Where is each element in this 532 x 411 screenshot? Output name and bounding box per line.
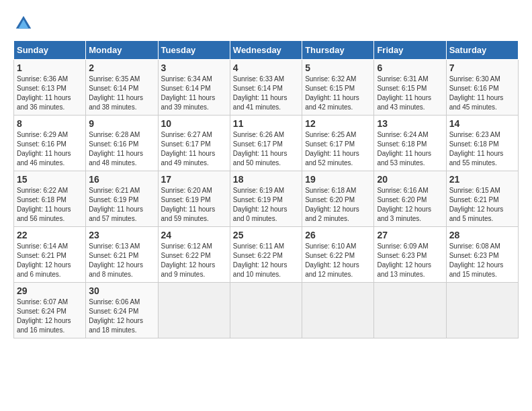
calendar-week-row: 22Sunrise: 6:14 AMSunset: 6:21 PMDayligh…	[14, 227, 519, 283]
day-info: Sunrise: 6:35 AMSunset: 6:14 PMDaylight:…	[89, 75, 154, 112]
calendar-cell: 29Sunrise: 6:07 AMSunset: 6:24 PMDayligh…	[14, 283, 86, 338]
calendar-cell: 2Sunrise: 6:35 AMSunset: 6:14 PMDaylight…	[86, 60, 158, 116]
day-number: 24	[161, 230, 227, 240]
day-info: Sunrise: 6:20 AMSunset: 6:19 PMDaylight:…	[161, 186, 227, 224]
day-info: Sunrise: 6:25 AMSunset: 6:17 PMDaylight:…	[305, 130, 371, 168]
calendar-week-row: 29Sunrise: 6:07 AMSunset: 6:24 PMDayligh…	[14, 283, 519, 338]
calendar-cell: 30Sunrise: 6:06 AMSunset: 6:24 PMDayligh…	[86, 283, 158, 338]
day-info: Sunrise: 6:24 AMSunset: 6:18 PMDaylight:…	[377, 130, 443, 168]
day-number: 26	[305, 230, 371, 240]
day-number: 22	[17, 230, 83, 240]
day-info: Sunrise: 6:11 AMSunset: 6:22 PMDaylight:…	[233, 242, 299, 279]
day-number: 13	[377, 118, 443, 129]
day-number: 9	[89, 118, 154, 129]
day-number: 5	[305, 62, 371, 73]
calendar-cell	[446, 283, 518, 338]
day-number: 30	[89, 285, 154, 296]
day-number: 8	[17, 118, 83, 129]
day-info: Sunrise: 6:07 AMSunset: 6:24 PMDaylight:…	[17, 298, 83, 335]
day-number: 21	[449, 174, 515, 185]
calendar-cell: 25Sunrise: 6:11 AMSunset: 6:22 PMDayligh…	[230, 227, 302, 283]
calendar-cell: 17Sunrise: 6:20 AMSunset: 6:19 PMDayligh…	[158, 171, 230, 227]
header-thursday: Thursday	[302, 41, 374, 60]
day-number: 27	[377, 230, 443, 240]
calendar-week-row: 15Sunrise: 6:22 AMSunset: 6:18 PMDayligh…	[14, 171, 519, 227]
day-number: 18	[233, 174, 299, 185]
calendar-cell: 16Sunrise: 6:21 AMSunset: 6:19 PMDayligh…	[86, 171, 158, 227]
calendar-cell: 26Sunrise: 6:10 AMSunset: 6:22 PMDayligh…	[302, 227, 374, 283]
calendar-cell	[230, 283, 302, 338]
day-info: Sunrise: 6:10 AMSunset: 6:22 PMDaylight:…	[305, 242, 371, 279]
calendar-cell: 23Sunrise: 6:13 AMSunset: 6:21 PMDayligh…	[86, 227, 158, 283]
day-number: 6	[377, 62, 443, 73]
day-number: 10	[161, 118, 227, 129]
day-number: 4	[233, 62, 299, 73]
header-saturday: Saturday	[446, 41, 518, 60]
calendar-cell: 18Sunrise: 6:19 AMSunset: 6:19 PMDayligh…	[230, 171, 302, 227]
day-info: Sunrise: 6:08 AMSunset: 6:23 PMDaylight:…	[449, 242, 515, 279]
day-number: 19	[305, 174, 371, 185]
calendar-week-row: 8Sunrise: 6:29 AMSunset: 6:16 PMDaylight…	[14, 116, 519, 171]
day-info: Sunrise: 6:32 AMSunset: 6:15 PMDaylight:…	[305, 75, 371, 112]
calendar-cell: 19Sunrise: 6:18 AMSunset: 6:20 PMDayligh…	[302, 171, 374, 227]
calendar-cell: 5Sunrise: 6:32 AMSunset: 6:15 PMDaylight…	[302, 60, 374, 116]
page-header	[13, 13, 519, 34]
day-info: Sunrise: 6:13 AMSunset: 6:21 PMDaylight:…	[89, 242, 154, 279]
day-info: Sunrise: 6:15 AMSunset: 6:21 PMDaylight:…	[449, 186, 515, 224]
calendar-cell: 20Sunrise: 6:16 AMSunset: 6:20 PMDayligh…	[374, 171, 446, 227]
header-tuesday: Tuesday	[158, 41, 230, 60]
day-number: 2	[89, 62, 154, 73]
day-number: 7	[449, 62, 515, 73]
day-info: Sunrise: 6:34 AMSunset: 6:14 PMDaylight:…	[161, 75, 227, 112]
day-number: 20	[377, 174, 443, 185]
calendar-cell: 22Sunrise: 6:14 AMSunset: 6:21 PMDayligh…	[14, 227, 86, 283]
day-info: Sunrise: 6:12 AMSunset: 6:22 PMDaylight:…	[161, 242, 227, 279]
day-info: Sunrise: 6:31 AMSunset: 6:15 PMDaylight:…	[377, 75, 443, 112]
calendar-cell: 4Sunrise: 6:33 AMSunset: 6:14 PMDaylight…	[230, 60, 302, 116]
day-info: Sunrise: 6:21 AMSunset: 6:19 PMDaylight:…	[89, 186, 154, 224]
day-number: 3	[161, 62, 227, 73]
header-sunday: Sunday	[14, 41, 86, 60]
day-number: 23	[89, 230, 154, 240]
calendar-cell: 8Sunrise: 6:29 AMSunset: 6:16 PMDaylight…	[14, 116, 86, 171]
day-info: Sunrise: 6:09 AMSunset: 6:23 PMDaylight:…	[377, 242, 443, 279]
day-number: 29	[17, 285, 83, 296]
calendar-cell: 14Sunrise: 6:23 AMSunset: 6:18 PMDayligh…	[446, 116, 518, 171]
day-number: 12	[305, 118, 371, 129]
day-info: Sunrise: 6:33 AMSunset: 6:14 PMDaylight:…	[233, 75, 299, 112]
day-number: 15	[17, 174, 83, 185]
calendar-cell: 15Sunrise: 6:22 AMSunset: 6:18 PMDayligh…	[14, 171, 86, 227]
calendar-cell	[374, 283, 446, 338]
calendar-header-row: SundayMondayTuesdayWednesdayThursdayFrid…	[14, 41, 519, 60]
day-info: Sunrise: 6:19 AMSunset: 6:19 PMDaylight:…	[233, 186, 299, 224]
calendar-table: SundayMondayTuesdayWednesdayThursdayFrid…	[13, 40, 519, 338]
day-number: 25	[233, 230, 299, 240]
calendar-cell	[158, 283, 230, 338]
day-info: Sunrise: 6:06 AMSunset: 6:24 PMDaylight:…	[89, 298, 154, 335]
calendar-cell: 27Sunrise: 6:09 AMSunset: 6:23 PMDayligh…	[374, 227, 446, 283]
day-number: 28	[449, 230, 515, 240]
calendar-cell: 9Sunrise: 6:28 AMSunset: 6:16 PMDaylight…	[86, 116, 158, 171]
day-info: Sunrise: 6:27 AMSunset: 6:17 PMDaylight:…	[161, 130, 227, 168]
day-info: Sunrise: 6:23 AMSunset: 6:18 PMDaylight:…	[449, 130, 515, 168]
day-info: Sunrise: 6:28 AMSunset: 6:16 PMDaylight:…	[89, 130, 154, 168]
day-info: Sunrise: 6:14 AMSunset: 6:21 PMDaylight:…	[17, 242, 83, 279]
calendar-cell: 13Sunrise: 6:24 AMSunset: 6:18 PMDayligh…	[374, 116, 446, 171]
calendar-cell: 28Sunrise: 6:08 AMSunset: 6:23 PMDayligh…	[446, 227, 518, 283]
calendar-cell: 11Sunrise: 6:26 AMSunset: 6:17 PMDayligh…	[230, 116, 302, 171]
header-friday: Friday	[374, 41, 446, 60]
day-info: Sunrise: 6:18 AMSunset: 6:20 PMDaylight:…	[305, 186, 371, 224]
day-number: 14	[449, 118, 515, 129]
day-info: Sunrise: 6:26 AMSunset: 6:17 PMDaylight:…	[233, 130, 299, 168]
calendar-cell: 7Sunrise: 6:30 AMSunset: 6:16 PMDaylight…	[446, 60, 518, 116]
header-wednesday: Wednesday	[230, 41, 302, 60]
day-info: Sunrise: 6:36 AMSunset: 6:13 PMDaylight:…	[17, 75, 83, 112]
header-monday: Monday	[86, 41, 158, 60]
calendar-cell	[302, 283, 374, 338]
calendar-cell: 3Sunrise: 6:34 AMSunset: 6:14 PMDaylight…	[158, 60, 230, 116]
day-info: Sunrise: 6:22 AMSunset: 6:18 PMDaylight:…	[17, 186, 83, 224]
calendar-cell: 6Sunrise: 6:31 AMSunset: 6:15 PMDaylight…	[374, 60, 446, 116]
calendar-cell: 24Sunrise: 6:12 AMSunset: 6:22 PMDayligh…	[158, 227, 230, 283]
calendar-cell: 1Sunrise: 6:36 AMSunset: 6:13 PMDaylight…	[14, 60, 86, 116]
day-number: 16	[89, 174, 154, 185]
